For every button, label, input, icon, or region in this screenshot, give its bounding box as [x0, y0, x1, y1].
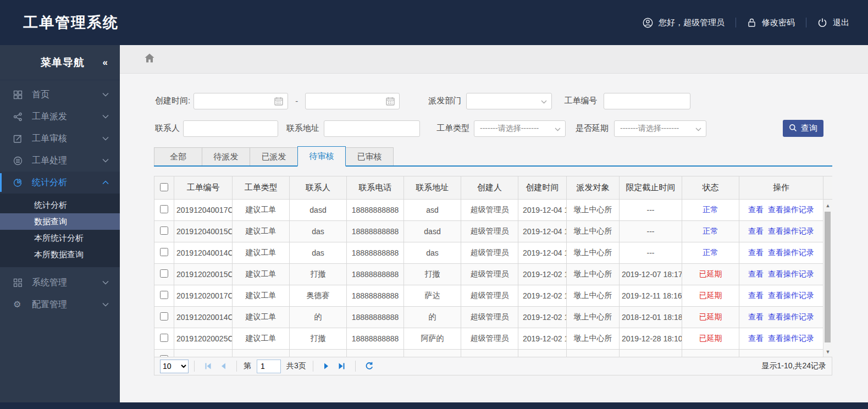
submenu-item-data-query[interactable]: 数据查询: [0, 213, 120, 230]
address-input[interactable]: [324, 120, 420, 137]
view-link[interactable]: 查看: [748, 291, 764, 300]
home-icon[interactable]: [144, 53, 155, 65]
sidebar-item-dispatch[interactable]: 工单派发: [0, 106, 120, 128]
cell-status: 已延期: [682, 285, 739, 307]
pie-chart-icon: [13, 178, 24, 187]
cell-status: 正常: [682, 200, 739, 221]
last-page-icon[interactable]: [338, 362, 346, 370]
page-size-select[interactable]: 10: [160, 360, 189, 373]
logout-button[interactable]: 退出: [817, 18, 849, 28]
row-checkbox[interactable]: [160, 248, 168, 256]
cell-phone: 18888888888: [347, 242, 404, 264]
prev-page-icon[interactable]: [220, 362, 227, 370]
cell-creator: [461, 350, 518, 357]
sidebar-item-config[interactable]: ⚙ 配置管理: [0, 294, 120, 316]
cell-target: 墩上中心所: [567, 200, 620, 221]
view-link[interactable]: 查看: [748, 312, 764, 321]
cell-order-no: [174, 350, 233, 357]
row-checkbox[interactable]: [160, 205, 168, 213]
view-link[interactable]: 查看: [748, 248, 764, 257]
scrollbar-thumb[interactable]: [825, 212, 831, 342]
search-button[interactable]: 查询: [783, 120, 823, 137]
page-number-input[interactable]: [257, 360, 281, 373]
row-checkbox-cell: [154, 200, 174, 221]
calendar-icon[interactable]: [385, 96, 395, 106]
order-type-select[interactable]: -------请选择-------: [474, 120, 566, 137]
cell-created: [518, 350, 567, 357]
view-link[interactable]: 查看: [748, 269, 764, 278]
submenu-item-local-data-query[interactable]: 本所数据查询: [0, 246, 120, 263]
contact-input[interactable]: [183, 120, 278, 137]
row-checkbox[interactable]: [160, 312, 168, 320]
cell-order-no: 201912020025C: [174, 328, 233, 350]
header-divider: [806, 18, 806, 27]
scroll-down-icon[interactable]: ▼: [823, 349, 832, 355]
col-created: 创建时间: [518, 176, 567, 200]
view-log-link[interactable]: 查看操作记录: [768, 334, 814, 342]
chevron-down-icon: [102, 136, 109, 141]
cell-actions: 查看查看操作记录: [739, 200, 823, 221]
row-checkbox[interactable]: [160, 334, 168, 342]
tab-pending-review[interactable]: 待审核: [297, 146, 346, 167]
submenu-item-statistics[interactable]: 统计分析: [0, 197, 120, 213]
table-body: 201912040017C 建议工单 dasd 18888888888 asd …: [154, 200, 833, 357]
statistics-submenu: 统计分析 数据查询 本所统计分析 本所数据查询: [0, 194, 120, 267]
next-page-icon[interactable]: [323, 362, 330, 370]
cell-actions: 查看查看操作记录: [739, 264, 823, 285]
view-log-link[interactable]: 查看操作记录: [768, 248, 814, 257]
view-link[interactable]: 查看: [748, 226, 764, 235]
change-password-button[interactable]: 修改密码: [747, 18, 795, 28]
status-tabs: 全部 待派发 已派发 待审核 已审核: [154, 147, 832, 167]
tab-reviewed[interactable]: 已审核: [345, 147, 394, 165]
refresh-icon[interactable]: [365, 362, 374, 371]
delay-select[interactable]: -------请选择-------: [614, 120, 706, 137]
order-no-input[interactable]: [604, 93, 690, 109]
row-checkbox[interactable]: [160, 226, 168, 235]
view-log-link[interactable]: 查看操作记录: [768, 226, 814, 235]
dispatch-dept-select[interactable]: [466, 93, 552, 109]
view-log-link[interactable]: 查看操作记录: [768, 269, 814, 278]
cell-target: 墩上中心所: [567, 328, 620, 350]
cell-created: 2019-12-02 17: [518, 328, 567, 350]
create-time-start-input[interactable]: [197, 94, 273, 108]
cell-contact: 的: [290, 307, 347, 328]
submenu-item-local-statistics[interactable]: 本所统计分析: [0, 230, 120, 246]
calendar-icon[interactable]: [274, 96, 284, 106]
tab-all[interactable]: 全部: [154, 147, 202, 165]
cell-contact: das: [290, 221, 347, 242]
sidebar-item-system[interactable]: 系统管理: [0, 272, 120, 294]
address-label: 联系地址: [286, 123, 319, 134]
sidebar-item-statistics[interactable]: 统计分析: [0, 172, 120, 194]
user-greeting[interactable]: 您好，超级管理员: [643, 18, 725, 28]
scroll-up-icon[interactable]: ▲: [823, 203, 832, 208]
sidebar-item-home[interactable]: 首页: [0, 84, 120, 106]
table-scrollbar[interactable]: ▲ ▼: [823, 200, 832, 357]
row-checkbox[interactable]: [160, 355, 168, 357]
view-log-link[interactable]: 查看操作记录: [768, 205, 814, 214]
row-checkbox[interactable]: [160, 291, 168, 299]
first-page-icon[interactable]: [204, 362, 212, 370]
cell-status: 正常: [682, 242, 739, 264]
create-time-end-input[interactable]: [309, 94, 385, 108]
create-time-end-field[interactable]: [305, 93, 400, 109]
select-all-checkbox[interactable]: [160, 183, 168, 191]
view-log-link[interactable]: 查看操作记录: [768, 291, 814, 300]
view-link[interactable]: 查看: [748, 205, 764, 214]
col-target: 派发对象: [567, 176, 620, 200]
cell-actions: 查看查看操作记录: [739, 307, 823, 328]
row-checkbox[interactable]: [160, 269, 168, 278]
tab-dispatched[interactable]: 已派发: [250, 147, 298, 165]
view-log-link[interactable]: 查看操作记录: [768, 312, 814, 321]
delay-label: 是否延期: [576, 123, 609, 134]
chevron-down-icon: [555, 124, 561, 133]
create-time-start-field[interactable]: [193, 93, 288, 109]
sidebar-collapse-icon[interactable]: «: [103, 57, 107, 68]
cell-deadline: 2018-12-01 18:18: [620, 307, 682, 328]
tab-pending-dispatch[interactable]: 待派发: [202, 147, 250, 165]
cell-order-type: 建议工单: [233, 264, 290, 285]
sidebar-item-process[interactable]: 工单处理: [0, 150, 120, 172]
table-row: 201912040017C 建议工单 dasd 18888888888 asd …: [154, 200, 833, 221]
view-link[interactable]: 查看: [748, 334, 764, 342]
sidebar-item-review[interactable]: 工单审核: [0, 128, 120, 150]
sidebar-item-label: 首页: [32, 89, 49, 101]
